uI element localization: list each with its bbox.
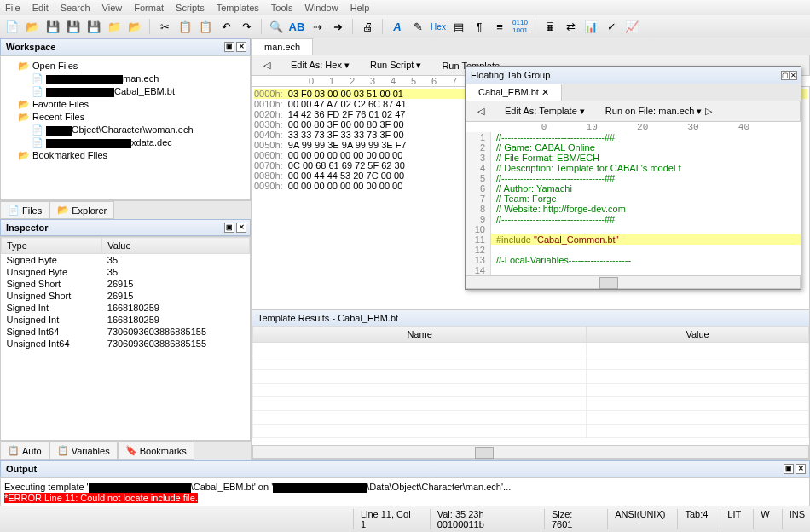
floating-tab-group[interactable]: Floating Tab Group ▢✕ Cabal_EBM.bt ✕ ◁ E… bbox=[465, 66, 801, 290]
histogram-icon[interactable]: 📊 bbox=[582, 18, 599, 35]
tree-bookmarked[interactable]: Bookmarked Files bbox=[4, 149, 246, 162]
tab-bookmarks[interactable]: 🔖 Bookmarks bbox=[118, 442, 194, 460]
menu-view[interactable]: View bbox=[102, 3, 123, 13]
font-icon[interactable]: A bbox=[389, 18, 406, 35]
inspector-row[interactable]: Unsigned Byte35 bbox=[2, 266, 250, 278]
paste-icon[interactable]: 📋 bbox=[197, 18, 214, 35]
tree-open-files[interactable]: Open Files bbox=[4, 60, 246, 72]
paragraph-icon[interactable]: ¶ bbox=[471, 18, 488, 35]
h-scrollbar[interactable] bbox=[252, 445, 809, 459]
menu-window[interactable]: Window bbox=[305, 3, 338, 13]
tree-file[interactable]: xdata.dec bbox=[4, 136, 246, 149]
open-recent-icon[interactable]: 📂 bbox=[126, 18, 143, 35]
tab-explorer[interactable]: 📂 Explorer bbox=[49, 201, 114, 219]
floating-tab-cabal-ebm[interactable]: Cabal_EBM.bt ✕ bbox=[466, 84, 562, 101]
new-file-icon[interactable]: 📄 bbox=[3, 18, 20, 35]
inspector-row[interactable]: Unsigned Int1668180259 bbox=[2, 314, 250, 326]
tree-file[interactable]: Cabal_EBM.bt bbox=[4, 85, 246, 98]
edit-as-dropdown[interactable]: Edit As: Template ▾ bbox=[497, 103, 593, 119]
copy-folder-icon[interactable]: 📁 bbox=[106, 18, 123, 35]
save-icon[interactable]: 💾 bbox=[44, 18, 61, 35]
floating-title[interactable]: Floating Tab Group ▢✕ bbox=[466, 66, 801, 84]
nav-back-icon[interactable]: ◁ bbox=[256, 57, 278, 73]
table-row[interactable] bbox=[253, 411, 809, 425]
calculator-icon[interactable]: 🖩 bbox=[541, 18, 558, 35]
table-row[interactable] bbox=[253, 397, 809, 411]
inspector-row[interactable]: Signed Byte35 bbox=[2, 254, 250, 267]
menu-format[interactable]: Format bbox=[134, 3, 164, 13]
close-icon[interactable]: ✕ bbox=[541, 87, 549, 97]
tree-file[interactable]: Object\Character\woman.ech bbox=[4, 124, 246, 136]
table-row[interactable] bbox=[253, 425, 809, 438]
pin-icon[interactable]: ▣ bbox=[784, 464, 794, 474]
maximize-icon[interactable]: ▢ bbox=[781, 71, 790, 80]
col-value[interactable]: Value bbox=[587, 327, 809, 343]
menu-edit[interactable]: Edit bbox=[32, 3, 49, 13]
close-icon[interactable]: ✕ bbox=[236, 223, 246, 233]
columns-icon[interactable]: ▤ bbox=[450, 18, 467, 35]
binary-icon[interactable]: 01101001 bbox=[512, 18, 529, 35]
inspector-row[interactable]: Signed Short26915 bbox=[2, 278, 250, 290]
tab-variables[interactable]: 📋 Variables bbox=[49, 442, 118, 460]
hex-mode-icon[interactable]: Hex bbox=[430, 18, 447, 35]
code-line[interactable]: 9//---------------------------------## bbox=[466, 214, 801, 224]
close-icon[interactable]: ✕ bbox=[236, 42, 246, 52]
edit-as-dropdown[interactable]: Edit As: Hex ▾ bbox=[283, 57, 357, 73]
find-text-icon[interactable]: AB bbox=[288, 18, 305, 35]
code-line[interactable]: 4// Description: Template for CABAL's mo… bbox=[466, 163, 801, 173]
nav-back-icon[interactable]: ◁ bbox=[470, 103, 492, 119]
code-line[interactable]: 2// Game: CABAL Online bbox=[466, 142, 801, 153]
editor-tab-man-ech[interactable]: man.ech bbox=[252, 38, 313, 55]
run-on-file-dropdown[interactable]: Run on File: man.ech ▾ ▷ bbox=[598, 103, 720, 119]
compare-icon[interactable]: ⇄ bbox=[562, 18, 579, 35]
inspector-row[interactable]: Unsigned Int647306093603886885155 bbox=[2, 338, 250, 350]
col-value[interactable]: Value bbox=[102, 238, 250, 254]
code-line[interactable]: 1//---------------------------------## bbox=[466, 132, 801, 142]
menu-file[interactable]: File bbox=[5, 3, 20, 13]
align-icon[interactable]: ≡ bbox=[491, 18, 508, 35]
tab-auto[interactable]: 📋 Auto bbox=[0, 442, 49, 460]
goto-icon[interactable]: ⇢ bbox=[309, 18, 326, 35]
inspector-grid[interactable]: TypeValue Signed Byte35Unsigned Byte35Si… bbox=[0, 236, 251, 441]
close-icon[interactable]: ✕ bbox=[790, 71, 797, 80]
code-line[interactable]: 6// Author: Yamachi bbox=[466, 183, 801, 194]
pin-icon[interactable]: ▣ bbox=[224, 223, 234, 233]
jump-icon[interactable]: ➜ bbox=[329, 18, 346, 35]
menu-scripts[interactable]: Scripts bbox=[176, 3, 205, 13]
chart-icon[interactable]: 📈 bbox=[623, 18, 640, 35]
tree-file[interactable]: man.ech bbox=[4, 72, 246, 85]
code-line[interactable]: 12 bbox=[466, 245, 801, 255]
workspace-tree[interactable]: Open Files man.ech Cabal_EBM.bt Favorite… bbox=[0, 55, 251, 200]
table-row[interactable] bbox=[253, 370, 809, 384]
code-line[interactable]: 10 bbox=[466, 224, 801, 234]
checksum-icon[interactable]: ✓ bbox=[603, 18, 620, 35]
code-editor[interactable]: 1//---------------------------------##2/… bbox=[466, 132, 801, 275]
pin-icon[interactable]: ▣ bbox=[224, 42, 234, 52]
code-line[interactable]: 11#include "Cabal_Common.bt" bbox=[466, 234, 801, 245]
find-icon[interactable]: 🔍 bbox=[268, 18, 285, 35]
run-script-dropdown[interactable]: Run Script ▾ bbox=[362, 57, 429, 73]
col-type[interactable]: Type bbox=[2, 238, 102, 254]
code-line[interactable]: 8// Website: http://forge-dev.com bbox=[466, 204, 801, 214]
tab-files[interactable]: 📄 Files bbox=[0, 201, 49, 219]
code-line[interactable]: 14 bbox=[466, 265, 801, 275]
print-icon[interactable]: 🖨 bbox=[359, 18, 376, 35]
save-as-icon[interactable]: 💾 bbox=[85, 18, 102, 35]
col-name[interactable]: Name bbox=[253, 327, 587, 343]
highlight-icon[interactable]: ✎ bbox=[409, 18, 426, 35]
save-all-icon[interactable]: 💾 bbox=[65, 18, 82, 35]
code-line[interactable]: 3// File Format: EBM/ECH bbox=[466, 153, 801, 163]
inspector-row[interactable]: Signed Int647306093603886885155 bbox=[2, 326, 250, 338]
code-line[interactable]: 7// Team: Forge bbox=[466, 194, 801, 204]
open-folder-icon[interactable]: 📂 bbox=[24, 18, 41, 35]
copy-icon[interactable]: 📋 bbox=[176, 18, 194, 35]
table-row[interactable] bbox=[253, 384, 809, 397]
code-line[interactable]: 13//-Local-Variables-------------------- bbox=[466, 255, 801, 265]
close-icon[interactable]: ✕ bbox=[796, 464, 806, 474]
undo-icon[interactable]: ↶ bbox=[217, 18, 234, 35]
inspector-row[interactable]: Unsigned Short26915 bbox=[2, 290, 250, 302]
menu-help[interactable]: Help bbox=[350, 3, 370, 13]
menu-templates[interactable]: Templates bbox=[217, 3, 259, 13]
inspector-row[interactable]: Signed Int1668180259 bbox=[2, 302, 250, 314]
code-line[interactable]: 5//---------------------------------## bbox=[466, 173, 801, 183]
